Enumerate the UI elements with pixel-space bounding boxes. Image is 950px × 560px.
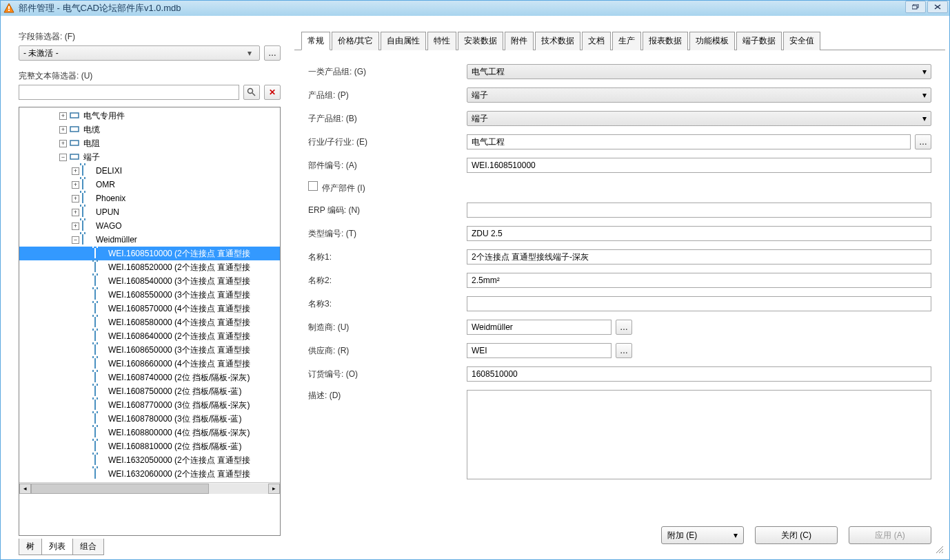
tree-node[interactable]: +DELIXI [19,164,280,178]
tab-11[interactable]: 端子数据 [736,32,782,50]
append-button[interactable]: 附加 (E)▾ [661,526,744,544]
tab-list[interactable]: 列表 [41,539,73,555]
tree-node[interactable]: WEI.1608750000 (2位 挡板/隔板-蓝) [19,384,280,398]
input-supplier[interactable]: WEI [467,343,612,358]
tree-node[interactable]: WEI.1608550000 (3个连接点 直通型接 [19,288,280,302]
tab-1[interactable]: 价格/其它 [332,32,379,50]
tab-6[interactable]: 技术数据 [535,32,580,50]
tab-7[interactable]: 文档 [582,32,611,50]
tab-12[interactable]: 安全值 [783,32,820,50]
input-name1[interactable]: 2个连接点 直通型接线端子-深灰 [467,249,931,265]
checkbox-discontinued[interactable] [308,181,318,191]
input-type-number[interactable]: ZDU 2.5 [467,226,931,241]
tree-spacer [84,388,92,395]
tree-node[interactable]: WEI.1608540000 (3个连接点 直通型接 [19,274,280,288]
part-icon [94,400,105,410]
tree-node[interactable]: +UPUN [19,205,280,219]
search-button[interactable] [243,85,260,100]
tree-node[interactable]: WEI.1608520000 (2个连接点 直通型接 [19,260,280,274]
expand-icon[interactable]: + [59,126,67,134]
label-part-number: 部件编号: (A) [308,160,467,172]
tree-node[interactable]: WEI.1608740000 (2位 挡板/隔板-深灰) [19,371,280,384]
horizontal-scrollbar[interactable]: ◂▸ [19,482,280,494]
expand-icon[interactable]: + [72,209,79,216]
part-icon [82,166,93,176]
fulltext-filter-input[interactable] [19,85,239,100]
tree-node[interactable]: −端子 [19,150,280,164]
industry-more-button[interactable]: … [915,134,931,149]
tab-8[interactable]: 生产 [612,32,641,50]
input-name3[interactable] [467,296,931,311]
tree-node[interactable]: WEI.1632060000 (2个连接点 直通型接 [19,467,280,481]
tree-node[interactable]: +Phoenix [19,191,280,205]
expand-icon[interactable]: + [59,112,67,120]
tree-node[interactable]: WEI.1608650000 (3个连接点 直通型接 [19,343,280,357]
manufacturer-more-button[interactable]: … [616,320,632,335]
titlebar[interactable]: 部件管理 - 电气CAD论坛部件库v1.0.mdb [1,1,949,16]
chevron-down-icon: ▾ [922,67,927,76]
tree-spacer [84,250,92,258]
tree-node-label: Phoenix [96,194,125,203]
tree-node-label: WEI.1608660000 (4个连接点 直通型接 [108,358,250,370]
combo-product-group3[interactable]: 端子▾ [467,111,931,126]
input-manufacturer[interactable]: Weidmüller [467,320,612,335]
label-order-number: 订货编号: (O) [308,369,467,380]
tree-spacer [84,333,92,340]
tree-node[interactable]: WEI.1608580000 (4个连接点 直通型接 [19,315,280,329]
tab-3[interactable]: 特性 [427,32,456,50]
category-icon [70,125,81,134]
tree-node[interactable]: +电缆 [19,123,280,136]
expand-icon[interactable]: + [72,181,79,189]
tree-node[interactable]: +OMR [19,178,280,191]
tab-10[interactable]: 功能模板 [689,32,735,50]
resize-grip[interactable] [934,544,944,554]
textarea-description[interactable] [467,390,931,479]
clear-filter-button[interactable]: ✕ [264,85,281,100]
restore-button[interactable] [905,1,926,13]
category-icon [70,152,81,162]
expand-icon[interactable]: + [72,195,79,203]
tab-5[interactable]: 附件 [505,32,534,50]
tree-node[interactable]: WEI.1608770000 (3位 挡板/隔板-深灰) [19,398,280,412]
input-order-number[interactable]: 1608510000 [467,366,931,382]
tree-node[interactable]: WEI.1608800000 (4位 挡板/隔板-深灰) [19,426,280,439]
input-industry[interactable]: 电气工程 [467,134,911,149]
tab-4[interactable]: 安装数据 [458,32,503,50]
svg-rect-10 [70,127,79,132]
combo-product-group1[interactable]: 电气工程▾ [467,64,931,79]
close-dialog-button[interactable]: 关闭 (C) [755,526,838,544]
close-button[interactable] [927,1,948,13]
collapse-icon[interactable]: − [59,154,67,161]
tree-node[interactable]: WEI.1632050000 (2个连接点 直通型接 [19,453,280,467]
combo-product-group2[interactable]: 端子▾ [467,87,931,103]
tree-view[interactable]: +电气专用件+电缆+电阻−端子+DELIXI+OMR+Phoenix+UPUN+… [19,107,281,536]
collapse-icon[interactable]: − [72,236,79,244]
apply-button[interactable]: 应用 (A) [849,526,931,544]
tab-combo[interactable]: 组合 [72,539,104,555]
field-filter-more-button[interactable]: … [264,45,281,61]
tree-node[interactable]: WEI.1608810000 (2位 挡板/隔板-蓝) [19,439,280,453]
expand-icon[interactable]: + [72,167,79,175]
supplier-more-button[interactable]: … [616,343,632,358]
tree-spacer [84,374,92,382]
input-part-number[interactable]: WEI.1608510000 [467,158,931,173]
field-filter-combo[interactable]: - 未激活 - ▾ [19,45,260,61]
expand-icon[interactable]: + [59,140,67,147]
tree-node[interactable]: +WAGO [19,219,280,233]
expand-icon[interactable]: + [72,222,79,230]
tree-node[interactable]: +电气专用件 [19,109,280,123]
tree-node[interactable]: −Weidmüller [19,233,280,247]
tab-0[interactable]: 常规 [301,32,330,50]
tab-2[interactable]: 自由属性 [381,32,426,50]
input-name2[interactable]: 2.5mm² [467,273,931,288]
tree-node[interactable]: +电阻 [19,136,280,150]
tree-node[interactable]: WEI.1608660000 (4个连接点 直通型接 [19,357,280,371]
tab-tree[interactable]: 树 [19,539,42,555]
tab-9[interactable]: 报表数据 [643,32,688,50]
tree-node[interactable]: WEI.1608570000 (4个连接点 直通型接 [19,302,280,315]
tree-node[interactable]: WEI.1608780000 (3位 挡板/隔板-蓝) [19,412,280,426]
tree-node-label: 电缆 [83,124,100,136]
tree-node[interactable]: WEI.1608510000 (2个连接点 直通型接 [19,247,280,260]
input-erp[interactable] [467,203,931,218]
tree-node[interactable]: WEI.1608640000 (2个连接点 直通型接 [19,329,280,343]
